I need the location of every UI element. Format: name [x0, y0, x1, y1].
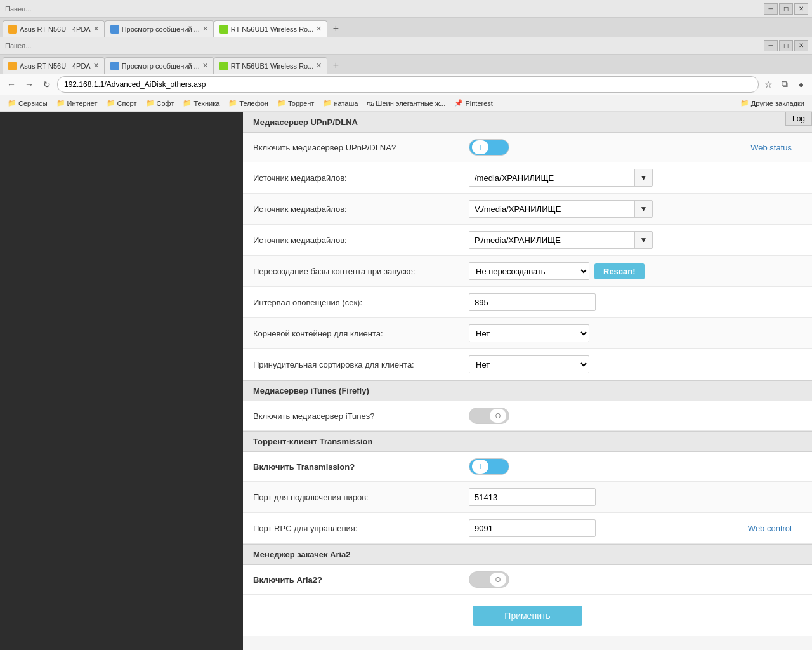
itunes-enable-control: O — [469, 408, 802, 424]
back-btn[interactable]: ← — [4, 77, 19, 92]
transmission-enable-label: Включить Transmission? — [253, 462, 469, 472]
browser-tab-4[interactable]: Asus RT-N56U - 4PDA ✕ — [3, 57, 105, 74]
media-source1-row: Источник медиафайлов: ▼ — [243, 162, 812, 194]
bookmark-спорт[interactable]: 📁 Спорт — [103, 98, 141, 109]
media-source2-control: ▼ — [469, 200, 802, 218]
minimize-btn-2[interactable]: ─ — [764, 40, 778, 51]
new-tab-btn-2[interactable]: + — [327, 57, 344, 74]
window-controls-1: ─ ◻ ✕ — [764, 3, 808, 15]
tab-favicon-3 — [219, 25, 228, 34]
transmission-enable-row: Включить Transmission? I — [243, 452, 812, 482]
upnp-enable-toggle[interactable]: I — [469, 139, 509, 156]
tab-favicon-4 — [8, 62, 17, 70]
page-scroll: Медиасервер UPnP/DLNA Включить медиасерв… — [243, 112, 812, 649]
toggle-knob-on-transmission: I — [472, 460, 488, 474]
aria2-enable-row: Включить Aria2? O — [243, 565, 812, 595]
sort-select[interactable]: Нет — [469, 355, 589, 373]
browser-tab-1[interactable]: Asus RT-N56U - 4PDA ✕ — [3, 20, 105, 37]
media-source3-input[interactable] — [469, 232, 634, 248]
media-source2-arrow[interactable]: ▼ — [634, 201, 652, 217]
tab-close-3[interactable]: ✕ — [316, 25, 322, 33]
tab-close-6[interactable]: ✕ — [316, 62, 322, 70]
bookmark-интернет[interactable]: 📁 Интернет — [53, 98, 102, 109]
restore-btn-1[interactable]: ◻ — [779, 3, 793, 15]
rebuild-select[interactable]: Не пересоздавать — [469, 262, 589, 280]
tab-label-1: Asus RT-N56U - 4PDA — [20, 25, 91, 33]
sort-row: Принудительная сортировка для клиента: Н… — [243, 349, 812, 380]
apply-row: Применить — [243, 595, 812, 636]
close-btn-1[interactable]: ✕ — [794, 3, 808, 15]
transmission-section-header: Торрент-клиент Transmission — [243, 431, 812, 452]
rpc-port-input[interactable] — [469, 519, 596, 537]
web-status-link[interactable]: Web status — [750, 143, 792, 152]
media-source3-label: Источник медиафайлов: — [253, 235, 469, 245]
bookmark-торрент[interactable]: 📁 Торрент — [273, 98, 318, 109]
forward-btn[interactable]: → — [22, 77, 37, 92]
media-source1-input[interactable] — [469, 169, 634, 186]
log-btn[interactable]: Log — [785, 112, 812, 126]
apply-btn[interactable]: Применить — [473, 606, 582, 626]
web-control-link[interactable]: Web control — [748, 524, 792, 533]
media-source2-dropdown: ▼ — [469, 200, 653, 218]
extensions-btn[interactable]: ⧉ — [778, 77, 792, 91]
media-source3-arrow[interactable]: ▼ — [634, 232, 652, 248]
rescan-btn[interactable]: Rescan! — [594, 263, 645, 279]
bookmark-софт[interactable]: 📁 Софт — [142, 98, 178, 109]
upnp-enable-row: Включить медиасервер UPnP/DLNA? I Web st… — [243, 133, 812, 162]
aria2-enable-toggle[interactable]: O — [469, 571, 509, 588]
page-container: Log Медиасервер UPnP/DLNA Включить медиа… — [0, 112, 812, 650]
tab-close-5[interactable]: ✕ — [202, 62, 208, 70]
peer-port-row: Порт для подключения пиров: — [243, 482, 812, 513]
browser-tab-5[interactable]: Просмотр сообщений ... ✕ — [105, 57, 214, 74]
tab-favicon-2 — [110, 25, 119, 34]
itunes-enable-toggle[interactable]: O — [469, 408, 509, 424]
close-btn-2[interactable]: ✕ — [794, 40, 808, 51]
bookmark-техника[interactable]: 📁 Техника — [179, 98, 223, 109]
tab-close-1[interactable]: ✕ — [93, 25, 99, 33]
tab-close-4[interactable]: ✕ — [93, 62, 99, 70]
bookmark-other[interactable]: 📁 Другие закладки — [737, 98, 808, 109]
tab-favicon-1 — [8, 25, 17, 34]
profile-btn[interactable]: ● — [794, 77, 808, 91]
media-source1-control: ▼ — [469, 169, 802, 187]
bookmark-наташа[interactable]: 📁 наташа — [319, 98, 362, 109]
tab-favicon-5 — [110, 62, 119, 70]
window-controls-2: ─ ◻ ✕ — [764, 40, 808, 51]
new-tab-btn-1[interactable]: + — [327, 20, 344, 37]
window-title-1: Панел... — [0, 5, 31, 13]
bookmark-шеин[interactable]: 🛍 Шеин элегантные ж... — [363, 98, 449, 109]
browser-tab-3[interactable]: RT-N56UB1 Wireless Ro... ✕ — [214, 20, 328, 37]
peer-port-input[interactable] — [469, 488, 596, 506]
tab-label-6: RT-N56UB1 Wireless Ro... — [231, 62, 314, 70]
browser-tab-2[interactable]: Просмотр сообщений ... ✕ — [105, 20, 214, 37]
media-source1-arrow[interactable]: ▼ — [634, 169, 652, 186]
root-container-select[interactable]: Нет — [469, 324, 589, 342]
root-container-row: Корневой контейнер для клиента: Нет — [243, 318, 812, 349]
browser-tab-6[interactable]: RT-N56UB1 Wireless Ro... ✕ — [214, 57, 328, 74]
interval-input[interactable] — [469, 293, 596, 311]
transmission-enable-toggle[interactable]: I — [469, 458, 509, 475]
nav-bar: ← → ↻ ☆ ⧉ ● — [0, 74, 812, 95]
url-bar[interactable] — [57, 76, 759, 93]
media-source3-row: Источник медиафайлов: ▼ — [243, 225, 812, 256]
refresh-btn[interactable]: ↻ — [39, 77, 55, 92]
restore-btn-2[interactable]: ◻ — [779, 40, 793, 51]
rpc-port-label: Порт RPC для управления: — [253, 524, 469, 533]
toggle-knob-off-itunes: O — [490, 409, 506, 423]
bookmarks-bar: 📁 Сервисы 📁 Интернет 📁 Спорт 📁 Софт 📁 Те… — [0, 95, 812, 112]
aria2-enable-control: O — [469, 571, 802, 588]
minimize-btn-1[interactable]: ─ — [764, 3, 778, 15]
bookmark-sервисы[interactable]: 📁 Сервисы — [4, 98, 51, 109]
media-source2-input[interactable] — [469, 201, 634, 217]
window-title-2: Панел... — [0, 42, 31, 50]
bookmark-телефон[interactable]: 📁 Телефон — [225, 98, 272, 109]
toggle-knob-off-aria2: O — [490, 573, 506, 587]
upnp-section-header: Медиасервер UPnP/DLNA — [243, 112, 812, 133]
nav-icons: ☆ ⧉ ● — [761, 77, 808, 91]
bookmark-star-btn[interactable]: ☆ — [761, 77, 775, 91]
tab-close-2[interactable]: ✕ — [202, 25, 208, 33]
interval-label: Интервал оповещения (сек): — [253, 298, 469, 307]
upnp-enable-control: I Web status — [469, 139, 802, 156]
bookmark-pinterest[interactable]: 📌 Pinterest — [450, 98, 496, 109]
main-content: Log Медиасервер UPnP/DLNA Включить медиа… — [243, 112, 812, 650]
